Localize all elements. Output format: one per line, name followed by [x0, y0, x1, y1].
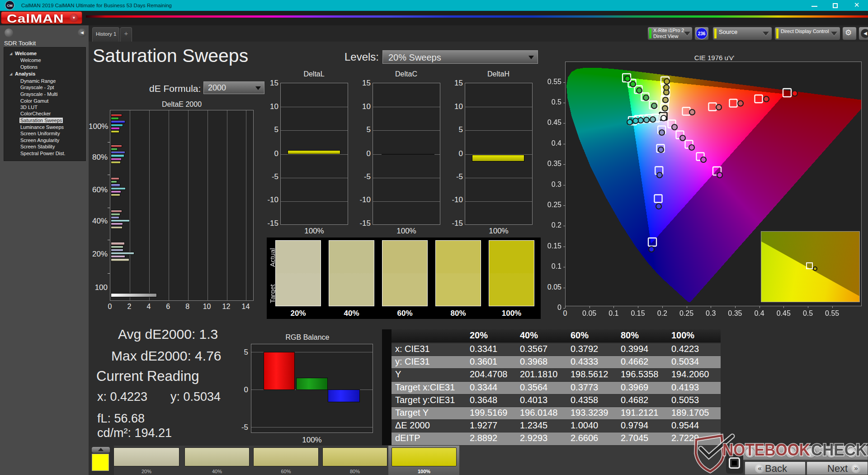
svg-text:CHECK: CHECK	[811, 441, 867, 459]
svg-text:NOTEBOOK: NOTEBOOK	[722, 441, 810, 459]
